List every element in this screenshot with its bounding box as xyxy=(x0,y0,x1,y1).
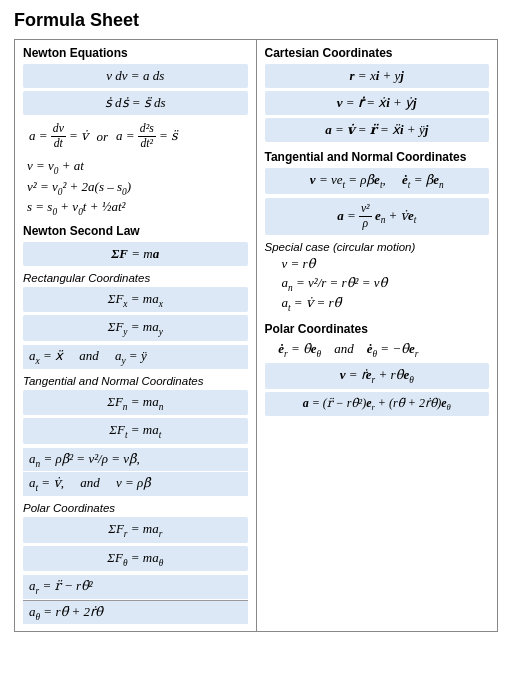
cartesian-title: Cartesian Coordinates xyxy=(265,46,490,60)
formula-sfy: ΣFy = may xyxy=(23,315,248,341)
formula-sft: ΣFt = mat xyxy=(23,418,248,444)
formula-r-cart: r = xi + yj xyxy=(265,64,490,88)
formula-an-circ: an = v²/r = rθ̇² = vθ̇ xyxy=(265,274,490,294)
formula-at-vdot: at = v̇, and v = ρβ̇ xyxy=(23,472,248,496)
formula-ar-polar: ar = r̈ − rθ̇² xyxy=(23,575,248,599)
left-column: Newton Equations v dv = a ds ṡ dṡ = s̈ d… xyxy=(15,40,257,632)
formula-a-tan: a = v²ρ en + v̇et xyxy=(265,198,490,235)
tan-normal-left-title: Tangential and Normal Coordinates xyxy=(23,375,248,387)
newton-second-law-title: Newton Second Law xyxy=(23,224,248,238)
formula-sfx: ΣFx = max xyxy=(23,287,248,313)
formula-sf-ma: ΣF = ma xyxy=(23,242,248,266)
special-case-title: Special case (circular motion) xyxy=(265,241,490,253)
polar-left-title: Polar Coordinates xyxy=(23,502,248,514)
formula-sftheta: ΣFθ = maθ xyxy=(23,546,248,572)
tan-normal-right-title: Tangential and Normal Coordinates xyxy=(265,150,490,164)
formula-er-dot: ėr = θ̇eθ and ėθ = −θ̇er xyxy=(265,340,490,360)
formula-atheta-polar: aθ = rθ̈ + 2ṙθ̇ xyxy=(23,600,248,625)
formula-vdv: v dv = a ds xyxy=(23,64,248,88)
polar-right-title: Polar Coordinates xyxy=(265,322,490,336)
rectangular-coords-title: Rectangular Coordinates xyxy=(23,272,248,284)
formula-v-circ: v = rθ̇ xyxy=(265,255,490,273)
formula-s-kinematic: s = s0 + v0t + ½at² xyxy=(23,198,248,218)
right-column: Cartesian Coordinates r = xi + yj v = ṙ … xyxy=(256,40,498,632)
formula-an-vbeta: an = ρβ̇² = v²/ρ = vβ̇, xyxy=(23,448,248,472)
formula-sfr: ΣFr = mar xyxy=(23,517,248,543)
formula-table: Newton Equations v dv = a ds ṡ dṡ = s̈ d… xyxy=(14,39,498,632)
page-title: Formula Sheet xyxy=(14,10,498,31)
formula-at-circ: at = v̇ = rθ̈ xyxy=(265,294,490,314)
formula-accel: a = dvdt = v̇ or a = d²sdt² = s̈ xyxy=(23,118,248,155)
formula-v-v0at: v = v0 + at xyxy=(23,157,248,177)
formula-a-cart: a = v̇ = r̈ = ẍi + ÿj xyxy=(265,118,490,142)
formula-v-polar: v = ṙer + rθ̇eθ xyxy=(265,363,490,389)
formula-sds: ṡ dṡ = s̈ ds xyxy=(23,91,248,115)
formula-v-cart: v = ṙ = ẋi + ẏj xyxy=(265,91,490,115)
formula-v-tan: v = vet = ρβ̇et, ėt = β̇en xyxy=(265,168,490,194)
formula-a-polar: a = (r̈ − rθ̇²)er + (rθ̈ + 2ṙθ̇)eθ xyxy=(265,392,490,416)
newton-equations-title: Newton Equations xyxy=(23,46,248,60)
formula-ax-ay: ax = ẍ and ay = ÿ xyxy=(23,345,248,369)
formula-sfn: ΣFn = man xyxy=(23,390,248,416)
formula-v2: v² = v0² + 2a(s – s0) xyxy=(23,178,248,198)
